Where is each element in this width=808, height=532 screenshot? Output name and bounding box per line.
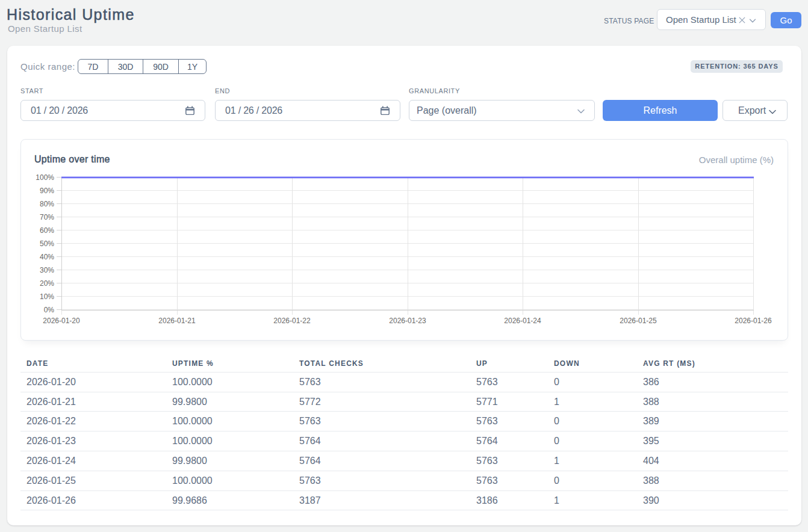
svg-text:2026-01-23: 2026-01-23: [389, 317, 426, 325]
svg-text:20%: 20%: [40, 279, 54, 288]
svg-text:90%: 90%: [40, 187, 54, 195]
svg-text:2026-01-26: 2026-01-26: [735, 317, 772, 325]
svg-text:50%: 50%: [40, 240, 54, 248]
svg-text:2026-01-25: 2026-01-25: [620, 317, 657, 325]
svg-text:2026-01-24: 2026-01-24: [504, 317, 541, 325]
svg-text:100%: 100%: [36, 173, 54, 182]
svg-text:2026-01-22: 2026-01-22: [273, 317, 311, 325]
svg-text:10%: 10%: [40, 292, 54, 301]
svg-text:70%: 70%: [40, 213, 54, 221]
svg-text:0%: 0%: [44, 306, 55, 314]
svg-text:40%: 40%: [40, 253, 54, 261]
svg-text:2026-01-21: 2026-01-21: [158, 317, 196, 325]
svg-text:60%: 60%: [40, 226, 54, 235]
svg-text:30%: 30%: [40, 266, 54, 274]
svg-text:2026-01-20: 2026-01-20: [43, 317, 80, 325]
svg-text:80%: 80%: [40, 200, 54, 208]
